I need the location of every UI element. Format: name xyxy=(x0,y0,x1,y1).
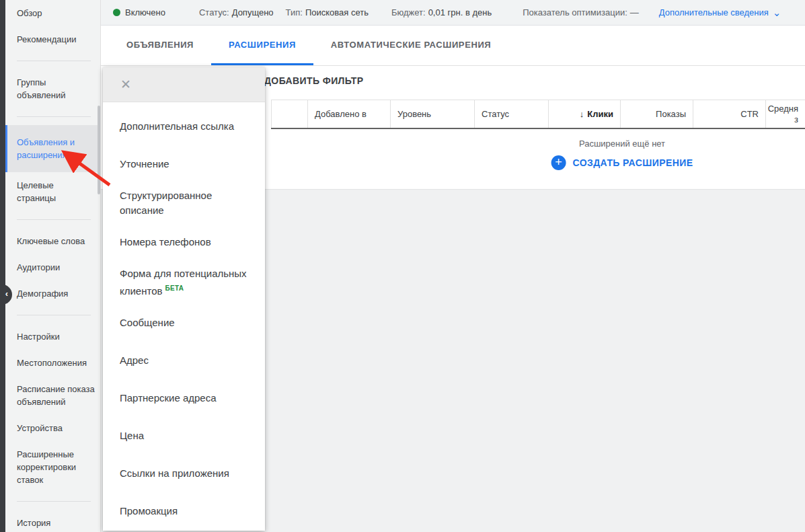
google-ads-app: Обзор Рекомендации Группы объявлений Объ… xyxy=(0,0,805,532)
sidebar-divider xyxy=(17,315,91,315)
enabled-label: Включено xyxy=(125,7,165,17)
column-header-level[interactable]: Уровень xyxy=(390,100,474,128)
campaign-status: Статус: Допущено xyxy=(199,7,274,17)
menu-item-lead-form[interactable]: Форма для потенциальных клиентовБЕТА xyxy=(103,261,265,304)
column-header-added-to[interactable]: Добавлено в xyxy=(307,100,390,128)
sidebar-item-keywords[interactable]: Ключевые слова xyxy=(5,228,100,254)
sidebar-item-audiences[interactable]: Аудитории xyxy=(5,254,100,280)
create-extension-button[interactable]: + СОЗДАТЬ РАСШИРЕНИЕ xyxy=(551,155,693,170)
tab-extensions[interactable]: РАСШИРЕНИЯ xyxy=(211,26,313,65)
sidebar-item-change-history[interactable]: История изменений xyxy=(5,510,100,532)
sidebar-item-ad-groups[interactable]: Группы объявлений xyxy=(5,69,100,108)
sidebar-item-landing-pages[interactable]: Целевые страницы xyxy=(5,172,100,211)
menu-item-structured-snippet[interactable]: Структурированное описание xyxy=(103,183,265,223)
sidebar-scrollbar-thumb[interactable] xyxy=(98,106,100,194)
menu-item-sitelink[interactable]: Дополнительная ссылка xyxy=(103,108,265,145)
plus-icon: + xyxy=(551,155,566,170)
sidebar-nav: Обзор Рекомендации Группы объявлений Объ… xyxy=(5,0,101,532)
column-header-status[interactable]: Статус xyxy=(474,100,548,128)
campaign-status-bar: Включено Статус: Допущено Тип: Поисковая… xyxy=(101,0,805,26)
sidebar-divider xyxy=(17,61,91,61)
campaign-budget: Бюджет: 0,01 грн. в день xyxy=(391,7,492,17)
sidebar-item-ad-schedule[interactable]: Расписание показа объявлений xyxy=(5,376,100,415)
sidebar-item-settings[interactable]: Настройки xyxy=(5,324,100,350)
create-extension-label: СОЗДАТЬ РАСШИРЕНИЕ xyxy=(573,157,693,168)
tab-bar: ОБЪЯВЛЕНИЯ РАСШИРЕНИЯ АВТОМАТИЧЕСКИЕ РАС… xyxy=(101,26,805,66)
menu-item-app-links[interactable]: Ссылки на приложения xyxy=(103,455,265,492)
column-header-impressions[interactable]: Показы xyxy=(620,100,693,128)
sidebar-divider xyxy=(17,219,91,220)
clicks-label: Клики xyxy=(587,109,613,119)
optimization-score: Показатель оптимизации: — xyxy=(523,7,642,17)
sort-arrow-down-icon: ↓ xyxy=(580,109,584,119)
column-header-empty xyxy=(271,100,307,128)
menu-item-phone-numbers[interactable]: Номера телефонов xyxy=(103,223,265,261)
menu-item-callout[interactable]: Уточнение xyxy=(103,145,265,183)
column-header-avg-truncated[interactable]: Средня з xyxy=(765,100,805,128)
add-filter-button[interactable]: ДОБАВИТЬ ФИЛЬТР xyxy=(264,75,364,86)
status-value: Допущено xyxy=(232,7,274,17)
close-icon[interactable]: ✕ xyxy=(120,77,131,92)
column-header-ctr[interactable]: CTR xyxy=(693,100,765,128)
menu-item-address[interactable]: Адрес xyxy=(103,342,265,379)
sidebar-item-bid-adjustments[interactable]: Расширенные корректировки ставок xyxy=(5,441,100,493)
enabled-dot-icon xyxy=(113,9,120,16)
empty-state-message: Расширений ещё нет xyxy=(579,139,665,149)
menu-item-message[interactable]: Сообщение xyxy=(103,304,265,342)
menu-item-affiliate-addresses[interactable]: Партнерские адреса xyxy=(103,379,265,417)
campaign-type: Тип: Поисковая сеть xyxy=(286,7,369,17)
tab-automated-extensions[interactable]: АВТОМАТИЧЕСКИЕ РАСШИРЕНИЯ xyxy=(313,26,508,65)
sidebar-divider xyxy=(17,501,91,502)
menu-item-price[interactable]: Цена xyxy=(103,417,265,455)
lead-form-label: Форма для потенциальных клиентов xyxy=(120,268,247,297)
avg-label-line2: з xyxy=(768,114,798,125)
menu-list: Дополнительная ссылка Уточнение Структур… xyxy=(103,102,265,530)
campaign-enabled-status[interactable]: Включено xyxy=(113,7,165,17)
beta-badge: БЕТА xyxy=(165,284,184,292)
optimization-value: — xyxy=(630,7,639,17)
extension-type-menu: ✕ Дополнительная ссылка Уточнение Структ… xyxy=(103,67,265,531)
optimization-label: Показатель оптимизации: xyxy=(523,7,627,17)
type-value: Поисковая сеть xyxy=(305,7,369,17)
tab-ads[interactable]: ОБЪЯВЛЕНИЯ xyxy=(109,26,211,65)
sidebar-item-ads-extensions[interactable]: Объявления и расширения xyxy=(5,125,100,172)
chevron-left-icon: ‹ xyxy=(5,289,8,299)
type-label: Тип: xyxy=(286,7,303,17)
budget-value: 0,01 грн. в день xyxy=(428,7,492,17)
chevron-down-icon: ⌄ xyxy=(773,9,781,16)
menu-item-promotion[interactable]: Промоакция xyxy=(103,492,265,530)
menu-header: ✕ xyxy=(103,67,265,102)
budget-label: Бюджет: xyxy=(391,7,426,17)
avg-label-line1: Средня xyxy=(768,104,798,114)
sidebar-divider xyxy=(17,116,91,117)
sidebar-item-overview[interactable]: Обзор xyxy=(5,0,100,26)
details-link-label: Дополнительные сведения xyxy=(659,7,769,17)
column-header-clicks[interactable]: ↓ Клики xyxy=(548,100,620,128)
sidebar-item-locations[interactable]: Местоположения xyxy=(5,350,100,376)
details-link[interactable]: Дополнительные сведения ⌄ xyxy=(659,7,781,17)
left-dark-rail xyxy=(0,0,5,532)
sidebar-item-recommendations[interactable]: Рекомендации xyxy=(5,26,100,52)
sidebar-item-demographics[interactable]: Демография xyxy=(5,280,100,307)
extensions-table-header: Добавлено в Уровень Статус ↓ Клики Показ… xyxy=(271,100,805,129)
sidebar-item-devices[interactable]: Устройства xyxy=(5,415,100,441)
status-label: Статус: xyxy=(199,7,229,17)
